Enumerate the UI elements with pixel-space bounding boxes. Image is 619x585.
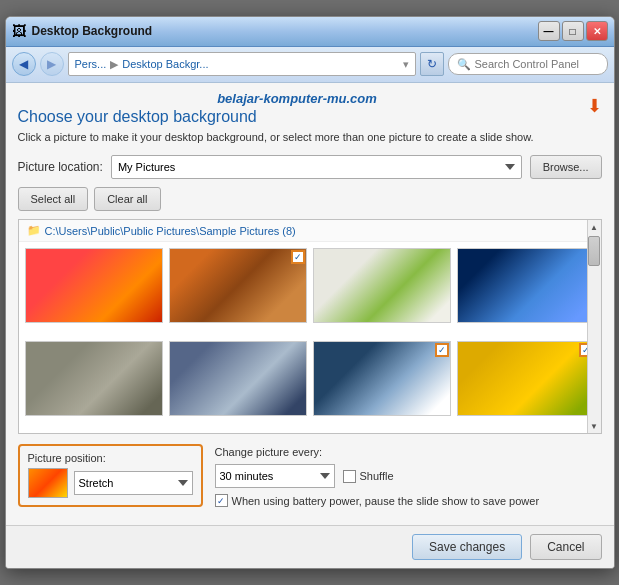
search-icon: 🔍 xyxy=(457,58,471,71)
title-bar: 🖼 Desktop Background — □ ✕ xyxy=(6,17,614,47)
interval-row: 30 minutes Shuffle xyxy=(215,464,602,488)
picture-position-label: Picture position: xyxy=(28,452,193,464)
list-item[interactable] xyxy=(457,248,595,335)
save-changes-button[interactable]: Save changes xyxy=(412,534,522,560)
change-picture-section: Change picture every: 30 minutes Shuffle… xyxy=(215,444,602,507)
position-select[interactable]: Stretch xyxy=(74,471,193,495)
watermark: belajar-komputer-mu.com xyxy=(18,91,577,106)
forward-icon: ▶ xyxy=(47,57,56,71)
content-area: belajar-komputer-mu.com Choose your desk… xyxy=(6,83,614,525)
gallery-section: 📁 C:\Users\Public\Public Pictures\Sample… xyxy=(18,219,602,434)
cancel-button[interactable]: Cancel xyxy=(530,534,601,560)
scroll-down-button[interactable]: ▼ xyxy=(587,419,601,433)
battery-checkbox[interactable]: ✓ xyxy=(215,494,228,507)
title-bar-buttons: — □ ✕ xyxy=(538,21,608,41)
nav-bar: ◀ ▶ Pers... ▶ Desktop Backgr... ▾ ↻ 🔍 xyxy=(6,47,614,83)
gallery-header: 📁 C:\Users\Public\Public Pictures\Sample… xyxy=(19,220,601,242)
picture-position-box: Picture position: Stretch xyxy=(18,444,203,507)
close-button[interactable]: ✕ xyxy=(586,21,608,41)
position-select-row: Stretch xyxy=(28,468,193,498)
thumbnail-tulips xyxy=(457,341,595,416)
list-item[interactable] xyxy=(25,248,163,335)
change-picture-label: Change picture every: xyxy=(215,446,602,458)
breadcrumb-dropdown-icon[interactable]: ▾ xyxy=(403,58,409,71)
maximize-button[interactable]: □ xyxy=(562,21,584,41)
thumbnail-jellyfish xyxy=(457,248,595,323)
collapse-icon[interactable]: ⬇ xyxy=(587,96,602,116)
action-buttons: Select all Clear all xyxy=(18,187,602,211)
list-item[interactable] xyxy=(169,341,307,428)
checkbox-penguins[interactable]: ✓ xyxy=(435,343,449,357)
thumbnail-penguins xyxy=(313,341,451,416)
thumbnail-flower xyxy=(25,248,163,323)
forward-button[interactable]: ▶ xyxy=(40,52,64,76)
window-title: Desktop Background xyxy=(32,24,153,38)
shuffle-checkbox[interactable] xyxy=(343,470,356,483)
shuffle-label: Shuffle xyxy=(360,470,394,482)
breadcrumb-part1: Pers... xyxy=(75,58,107,70)
shuffle-row: Shuffle xyxy=(343,470,394,483)
thumbnail-lighthouse xyxy=(169,341,307,416)
gallery-path: C:\Users\Public\Public Pictures\Sample P… xyxy=(45,225,296,237)
thumbnail-koala xyxy=(25,341,163,416)
breadcrumb-separator: ▶ xyxy=(110,58,118,71)
scroll-thumb[interactable] xyxy=(588,242,600,266)
list-item[interactable]: ✓ xyxy=(169,248,307,335)
main-window: 🖼 Desktop Background — □ ✕ ◀ ▶ Pers... ▶… xyxy=(5,16,615,569)
title-bar-left: 🖼 Desktop Background xyxy=(12,23,153,39)
checkbox-desert[interactable]: ✓ xyxy=(291,250,305,264)
search-box[interactable]: 🔍 xyxy=(448,53,608,75)
back-icon: ◀ xyxy=(19,57,28,71)
bottom-section: Picture position: Stretch Change picture… xyxy=(18,444,602,507)
gallery-grid: ✓ xyxy=(19,242,601,433)
battery-label: When using battery power, pause the slid… xyxy=(232,495,540,507)
list-item[interactable] xyxy=(25,341,163,428)
thumbnail-desert xyxy=(169,248,307,323)
browse-button[interactable]: Browse... xyxy=(530,155,602,179)
refresh-button[interactable]: ↻ xyxy=(420,52,444,76)
list-item[interactable] xyxy=(313,248,451,335)
thumbnail-white-flower xyxy=(313,248,451,323)
picture-location-select[interactable]: My Pictures xyxy=(111,155,522,179)
breadcrumb[interactable]: Pers... ▶ Desktop Backgr... ▾ xyxy=(68,52,416,76)
list-item[interactable]: ✓ xyxy=(313,341,451,428)
search-input[interactable] xyxy=(475,58,599,70)
refresh-icon: ↻ xyxy=(427,57,437,71)
interval-select[interactable]: 30 minutes xyxy=(215,464,335,488)
page-title: Choose your desktop background xyxy=(18,108,577,126)
minimize-button[interactable]: — xyxy=(538,21,560,41)
clear-all-button[interactable]: Clear all xyxy=(94,187,160,211)
picture-location-label: Picture location: xyxy=(18,160,103,174)
select-all-button[interactable]: Select all xyxy=(18,187,89,211)
footer: Save changes Cancel xyxy=(6,525,614,568)
back-button[interactable]: ◀ xyxy=(12,52,36,76)
picture-location-row: Picture location: My Pictures Browse... xyxy=(18,155,602,179)
list-item[interactable]: ✓ xyxy=(457,341,595,428)
folder-icon: 📁 xyxy=(27,224,41,237)
gallery-scrollbar: ▲ ▼ xyxy=(587,242,601,433)
breadcrumb-part2: Desktop Backgr... xyxy=(122,58,208,70)
description: Click a picture to make it your desktop … xyxy=(18,130,577,145)
position-preview xyxy=(28,468,68,498)
battery-row: ✓ When using battery power, pause the sl… xyxy=(215,494,602,507)
